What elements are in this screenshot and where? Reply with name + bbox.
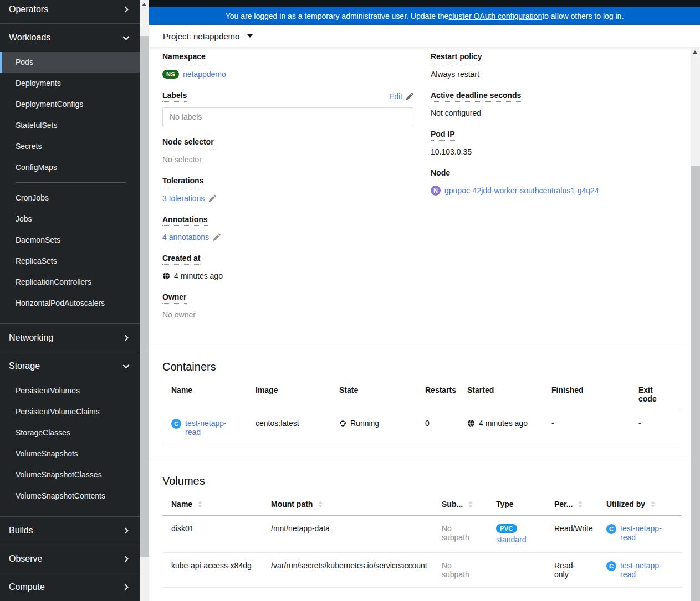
volume-mount-path: /mnt/netapp-data bbox=[262, 516, 433, 553]
sync-icon bbox=[339, 420, 346, 427]
pencil-icon[interactable] bbox=[208, 194, 216, 202]
detail-term: Namespace bbox=[162, 52, 206, 63]
column-header-image: Image bbox=[247, 380, 330, 410]
scrollbar-thumb[interactable] bbox=[691, 166, 700, 601]
detail-value: 4 minutes ago bbox=[174, 271, 223, 280]
chevron-down-icon bbox=[122, 34, 130, 42]
section-divider bbox=[149, 459, 691, 459]
sidebar-item-jobs[interactable]: Jobs bbox=[0, 208, 140, 229]
scrollbar-up-arrow-icon[interactable] bbox=[142, 3, 146, 6]
sidebar-item-networking[interactable]: Networking bbox=[0, 324, 140, 352]
container-badge: C bbox=[171, 419, 181, 429]
column-header-restarts: Restarts bbox=[416, 380, 458, 410]
detail-term: Node selector bbox=[162, 137, 214, 148]
labels-box: No labels bbox=[162, 107, 413, 126]
pencil-icon[interactable] bbox=[213, 233, 221, 241]
sidebar-item-deploymentconfigs[interactable]: DeploymentConfigs bbox=[0, 94, 140, 115]
sort-icon[interactable] bbox=[651, 501, 655, 508]
sidebar-item-volumesnapshotclasses[interactable]: VolumeSnapshotClasses bbox=[0, 464, 140, 485]
sidebar-item-builds[interactable]: Builds bbox=[0, 517, 140, 545]
tolerations-link[interactable]: 3 tolerations bbox=[162, 194, 205, 203]
sort-icon[interactable] bbox=[198, 501, 202, 508]
container-image: centos:latest bbox=[247, 410, 330, 445]
detail-restart-policy: Restart policy Always restart bbox=[431, 52, 682, 80]
sidebar-item-replicasets[interactable]: ReplicaSets bbox=[0, 250, 140, 271]
sort-icon[interactable] bbox=[318, 501, 323, 508]
sidebar-item-pods[interactable]: Pods bbox=[0, 52, 140, 73]
detail-value: 10.103.0.35 bbox=[431, 147, 472, 156]
sidebar-item-cronjobs[interactable]: CronJobs bbox=[0, 187, 140, 208]
volume-name: kube-api-access-x84dg bbox=[162, 553, 262, 588]
project-bar: Project: netappdemo bbox=[149, 25, 700, 48]
sidebar-item-persistentvolumes[interactable]: PersistentVolumes bbox=[0, 380, 140, 401]
table-header-row: Name Mount path Sub... Type Per... Utili… bbox=[162, 494, 682, 516]
sidebar-item-storageclasses[interactable]: StorageClasses bbox=[0, 422, 140, 443]
containers-title: Containers bbox=[162, 361, 682, 373]
annotations-link[interactable]: 4 annotations bbox=[162, 233, 209, 242]
column-header-exit-code: Exit code bbox=[630, 380, 682, 410]
volume-mount-path: /var/run/secrets/kubernetes.io/serviceac… bbox=[262, 553, 433, 588]
sidebar-item-configmaps[interactable]: ConfigMaps bbox=[0, 157, 140, 178]
detail-value: No selector bbox=[162, 155, 202, 164]
utilized-by-link[interactable]: test-netapp-read bbox=[620, 561, 673, 579]
chevron-right-icon bbox=[123, 6, 130, 13]
container-link[interactable]: test-netapp-read bbox=[185, 419, 238, 436]
detail-term: Tolerations bbox=[162, 176, 203, 187]
project-selector[interactable]: Project: netappdemo bbox=[163, 32, 253, 41]
scrollbar-thumb[interactable] bbox=[140, 36, 149, 557]
detail-annotations: Annotations 4 annotations bbox=[162, 215, 413, 243]
sidebar-item-workloads[interactable]: Workloads bbox=[0, 24, 140, 52]
sidebar-scrollbar[interactable] bbox=[140, 0, 149, 601]
volume-subpath: No subpath bbox=[433, 516, 487, 553]
detail-term: Owner bbox=[162, 292, 187, 304]
labels-edit-button[interactable]: Edit bbox=[389, 92, 413, 101]
sidebar-item-horizontalpodautoscalers[interactable]: HorizontalPodAutoscalers bbox=[0, 292, 140, 314]
chevron-right-icon bbox=[123, 584, 130, 590]
sidebar-item-volumesnapshotcontents[interactable]: VolumeSnapshotContents bbox=[0, 485, 140, 506]
detail-labels: Labels Edit No labels bbox=[162, 91, 413, 126]
detail-term: Annotations bbox=[162, 215, 208, 226]
sidebar-item-storage[interactable]: Storage bbox=[0, 352, 140, 380]
sidebar-item-statefulsets[interactable]: StatefulSets bbox=[0, 115, 140, 136]
sort-icon[interactable] bbox=[578, 501, 583, 508]
table-header-row: Name Image State Restarts Started Finish… bbox=[162, 380, 682, 410]
sidebar-item-operators[interactable]: Operators bbox=[0, 0, 140, 23]
edit-label: Edit bbox=[389, 92, 402, 101]
pvc-badge: PVC bbox=[496, 524, 517, 533]
sort-icon[interactable] bbox=[468, 501, 473, 508]
sidebar-item-daemonsets[interactable]: DaemonSets bbox=[0, 229, 140, 250]
chevron-right-icon bbox=[123, 335, 130, 341]
volumes-section: Volumes Name Mount path Sub... Type Per.… bbox=[162, 475, 682, 588]
pencil-icon bbox=[406, 93, 413, 100]
sidebar-item-volumesnapshots[interactable]: VolumeSnapshots bbox=[0, 443, 140, 464]
column-header-subpath: Sub... bbox=[442, 500, 463, 508]
sidebar-item-replicationcontrollers[interactable]: ReplicationControllers bbox=[0, 271, 140, 292]
chevron-right-icon bbox=[123, 556, 130, 562]
pod-details-content: Namespace NS netappdemo Labels Edit bbox=[149, 48, 691, 601]
node-badge: N bbox=[431, 186, 441, 196]
containers-section: Containers Name Image State Restarts Sta… bbox=[162, 361, 682, 445]
sidebar-item-compute[interactable]: Compute bbox=[0, 573, 140, 601]
column-header-name: Name bbox=[171, 500, 192, 508]
column-header-finished: Finished bbox=[543, 380, 630, 410]
sidebar-item-secrets[interactable]: Secrets bbox=[0, 136, 140, 157]
globe-icon bbox=[162, 272, 170, 280]
utilized-by-link[interactable]: test-netapp-read bbox=[620, 524, 673, 542]
table-row: C test-netapp-read centos:latest Running… bbox=[162, 410, 682, 445]
namespace-link[interactable]: netappdemo bbox=[183, 70, 226, 79]
sidebar-item-persistentvolumeclaims[interactable]: PersistentVolumeClaims bbox=[0, 401, 140, 422]
cluster-oauth-link[interactable]: cluster OAuth configuration bbox=[448, 12, 542, 20]
sidebar-item-label: Operators bbox=[9, 4, 48, 14]
sidebar-item-deployments[interactable]: Deployments bbox=[0, 73, 140, 94]
main-scrollbar[interactable] bbox=[691, 48, 700, 601]
pvc-link[interactable]: standard bbox=[496, 535, 526, 544]
volume-permissions: Read/Write bbox=[545, 516, 597, 553]
detail-term: Restart policy bbox=[431, 52, 482, 63]
container-restarts: 0 bbox=[416, 410, 458, 445]
scrollbar-up-arrow-icon[interactable] bbox=[693, 50, 697, 54]
globe-icon bbox=[467, 419, 475, 427]
detail-value: Always restart bbox=[431, 70, 479, 79]
column-header-permissions: Per... bbox=[554, 500, 573, 508]
node-link[interactable]: gpupoc-42jdd-worker-southcentralus1-g4q2… bbox=[444, 186, 599, 195]
sidebar-item-observe[interactable]: Observe bbox=[0, 545, 140, 573]
